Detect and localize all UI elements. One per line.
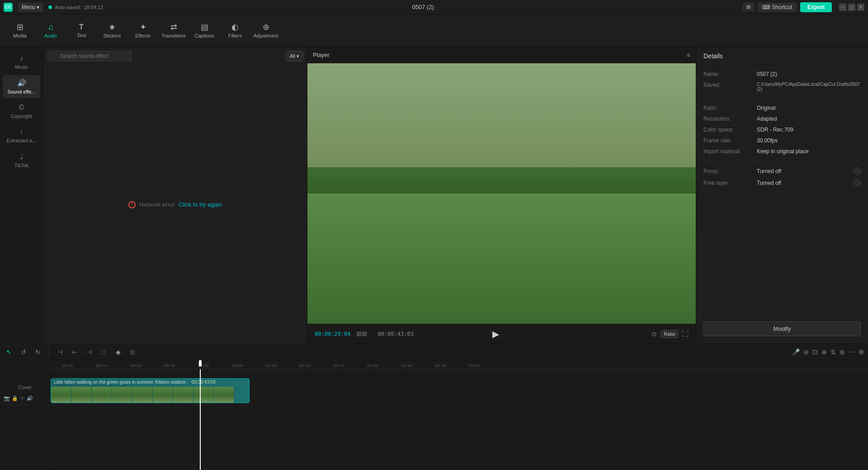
filters-icon: ◐ — [231, 23, 239, 31]
track-lock-icon[interactable]: 🔒 — [12, 395, 18, 401]
copyright-icon: © — [19, 103, 24, 112]
toolbar-filters[interactable]: ◐ Filters — [221, 16, 250, 45]
detail-value-proxy: Turned off — [757, 168, 850, 174]
timeline-redo-button[interactable]: ↻ — [33, 347, 43, 357]
detail-value-name: 0507 (2) — [757, 71, 777, 77]
timeline-snap-button[interactable]: ⇅ — [830, 348, 836, 356]
detail-label-colorspace: Color space: — [703, 127, 753, 133]
thumb-2 — [71, 387, 92, 403]
player-menu-icon[interactable]: ≡ — [687, 52, 690, 59]
detail-row-freelayer: Free layer: Turned off ⓘ — [703, 179, 861, 187]
track-audio-icon[interactable]: 🔊 — [27, 395, 33, 401]
play-button[interactable]: ▶ — [492, 329, 499, 339]
minimize-button[interactable]: ─ — [839, 4, 846, 11]
timeline-zoom-in-button[interactable]: ⊕ — [821, 348, 827, 356]
details-body: Name: 0507 (2) Saved: C:/Users/MyPC/AppD… — [696, 66, 868, 314]
fullscreen-button[interactable]: ⛶ — [682, 330, 689, 338]
timeline-cursor-button[interactable]: ↖ — [4, 347, 14, 357]
text-icon: T — [79, 24, 84, 31]
detail-row-ratio: Ratio: Original — [703, 105, 861, 111]
detail-label-saved: Saved: — [703, 82, 753, 88]
timeline-ruler: |00:00 |00:10 |00:20 |00:30 |00:40 |00:5… — [51, 360, 868, 369]
all-tag-button[interactable]: All ▾ — [286, 51, 303, 61]
monitor-button[interactable]: ⊞ — [743, 3, 754, 11]
timeline-zoom-out-button[interactable]: ⊖ — [803, 348, 809, 356]
player-header: Player ≡ — [307, 47, 696, 63]
search-input[interactable] — [47, 51, 132, 61]
detail-row-name: Name: 0507 (2) — [703, 71, 861, 77]
timeline-crop-button[interactable]: □ — [98, 347, 109, 357]
top-center: 0507 (2) — [103, 4, 743, 10]
sidebar-item-tiktok[interactable]: ♩ TikTok — [3, 149, 40, 172]
detail-row-resolution: Resolution: Adapted — [703, 116, 861, 122]
toolbar-transitions[interactable]: ⇄ Transitions — [159, 16, 188, 45]
toolbar-text[interactable]: T Text — [67, 16, 96, 45]
screenshot-button[interactable]: ⊙ — [651, 330, 657, 338]
playhead-marker — [199, 360, 202, 367]
window-controls: ─ □ ✕ — [839, 4, 864, 11]
thumb-8 — [193, 387, 214, 403]
thumb-9 — [214, 387, 234, 403]
video-clip[interactable]: Little kitten walking on the green grass… — [51, 378, 250, 403]
timeline-right-controls: 🎤 ⊖ ⊡ ⊕ ⇅ ⊛ ⋯ ⚙ — [792, 348, 864, 356]
toolbar-audio[interactable]: ♫ Audio — [36, 16, 65, 45]
ruler-mark-1: |00:10 — [85, 363, 118, 368]
retry-link[interactable]: Click to try again — [179, 201, 222, 208]
toolbar-stickers[interactable]: ★ Stickers — [98, 16, 127, 45]
toolbar-adjustment[interactable]: ⊕ Adjustment — [251, 16, 280, 45]
timeline-delete-right-button[interactable]: ⊣ — [84, 347, 94, 357]
ratio-button[interactable]: Ratio — [660, 330, 679, 338]
freelayer-info-icon[interactable]: ⓘ — [854, 179, 861, 187]
shortcut-button[interactable]: ⌨ Shortcut — [758, 3, 797, 12]
proxy-info-icon[interactable]: ⓘ — [854, 168, 861, 175]
timeline-fit-button[interactable]: ⊡ — [812, 348, 818, 356]
close-button[interactable]: ✕ — [857, 4, 864, 11]
export-button[interactable]: Export — [800, 2, 832, 12]
toolbar-media[interactable]: ⊞ Media — [5, 16, 34, 45]
sidebar-item-extracted[interactable]: ↑ Extracted a... — [3, 124, 40, 147]
timeline-audio-button[interactable]: 🎤 — [792, 348, 800, 356]
transitions-icon: ⇄ — [170, 23, 177, 31]
timeline-delete-left-button[interactable]: ⊢ — [69, 347, 80, 357]
sidebar-item-copyright[interactable]: © Copyright — [3, 100, 40, 122]
sidebar-item-music[interactable]: ♪ Music — [3, 51, 40, 73]
capcut-logo: CC — [4, 3, 13, 12]
thumb-3 — [92, 387, 112, 403]
ruler-mark-4: |00:40 — [186, 363, 220, 368]
toolbar-effects[interactable]: ✦ Effects — [128, 16, 157, 45]
track-video-icon[interactable]: 📷 — [4, 395, 10, 401]
timeline-more-button[interactable]: ⋯ — [849, 348, 855, 356]
ruler-mark-5: |00:50 — [220, 363, 254, 368]
modify-button[interactable]: Modify — [703, 321, 861, 336]
cat-scene — [307, 63, 696, 324]
maximize-button[interactable]: □ — [848, 4, 855, 11]
timeline-undo-button[interactable]: ↺ — [18, 347, 29, 357]
timeline-settings-button[interactable]: ⚙ — [859, 348, 864, 356]
ruler-mark-6: |01:00 — [254, 363, 288, 368]
detail-value-colorspace: SDR - Rec.709 — [757, 127, 793, 133]
time-current: 00:00:29:04 — [315, 331, 350, 337]
track-eye-icon[interactable]: 👁 — [20, 395, 25, 401]
toolbar-captions[interactable]: ▤ Captions — [190, 16, 219, 45]
timeline-screenshot-button[interactable]: ⊙ — [127, 347, 138, 357]
timeline-keyframe-button[interactable]: ◆ — [113, 347, 123, 357]
details-panel: Details Name: 0507 (2) Saved: C:/Users/M… — [696, 47, 868, 343]
timeline-magnet-button[interactable]: ⊛ — [840, 348, 845, 356]
detail-value-freelayer: Turned off — [757, 180, 850, 186]
thumb-4 — [112, 387, 132, 403]
search-wrapper: 🔍 — [47, 51, 282, 61]
main-content: ♪ Music 🔊 Sound effe... © Copyright ↑ Ex… — [0, 47, 868, 343]
audio-icon: ♫ — [47, 23, 54, 31]
menu-button[interactable]: Menu ▾ — [18, 3, 43, 12]
detail-value-framerate: 30.00fps — [757, 137, 778, 144]
sidebar-item-sound-effects[interactable]: 🔊 Sound effe... — [3, 75, 40, 98]
detail-row-saved: Saved: C:/Users/MyPC/AppData/Local/CapCu… — [703, 82, 861, 92]
timeline-split-button[interactable]: ⊣ — [55, 347, 66, 357]
adjustment-icon: ⊕ — [263, 23, 269, 31]
sound-search-bar: 🔍 All ▾ — [43, 47, 307, 66]
detail-value-resolution: Adapted — [757, 116, 777, 122]
detail-value-importmaterial: Keep in original place — [757, 148, 809, 155]
clip-label: Little kitten walking on the green grass… — [54, 380, 216, 385]
ruler-mark-2: |00:20 — [118, 363, 152, 368]
track-label-main: Cover 📷 🔒 👁 🔊 — [0, 369, 50, 405]
